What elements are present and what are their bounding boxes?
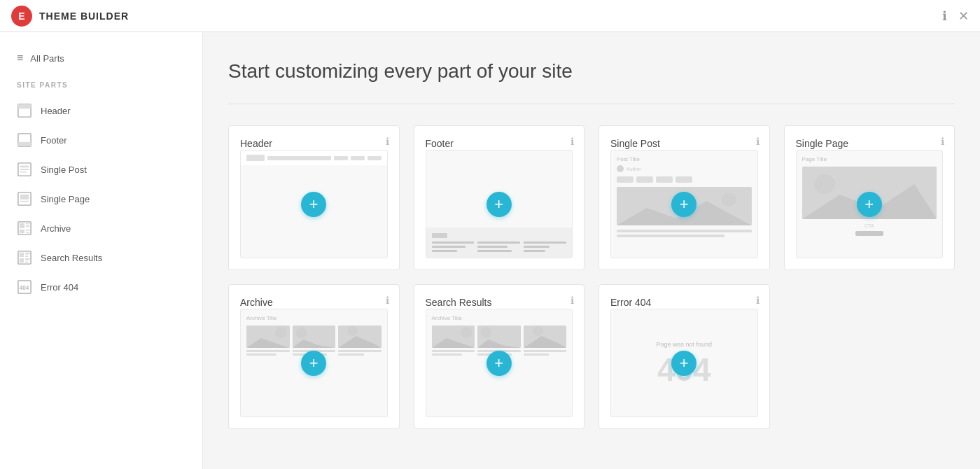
card-search-results: Search Results ℹ Archive Title [414, 284, 585, 429]
error-404-icon: 404 [17, 279, 32, 295]
add-single-page-button[interactable]: + [857, 192, 882, 217]
card-single-page: Single Page ℹ Page Title CTA [784, 125, 955, 270]
card-single-post: Single Post ℹ Post Title Author [598, 125, 770, 270]
single-page-icon [17, 191, 32, 206]
sidebar-item-label: Header [41, 106, 71, 116]
card-header: Header ℹ + [228, 125, 400, 270]
svg-rect-13 [26, 223, 29, 225]
sidebar-all-parts[interactable]: ≡ All Parts [0, 46, 202, 70]
info-icon[interactable]: ℹ [942, 8, 947, 24]
card-search-results-preview: Archive Title [426, 309, 573, 417]
card-search-results-info[interactable]: ℹ [570, 295, 574, 306]
single-post-icon [17, 162, 32, 177]
sidebar-item-search-results[interactable]: Search Results [0, 243, 202, 272]
sidebar-item-archive[interactable]: Archive [0, 214, 202, 243]
sidebar-item-label: Single Post [41, 164, 87, 175]
add-search-results-button[interactable]: + [486, 351, 512, 376]
card-footer-title: Footer [426, 138, 454, 149]
card-footer-preview: + [426, 150, 573, 258]
preview-nav [267, 156, 331, 160]
archive-icon [17, 220, 32, 236]
svg-rect-22 [20, 258, 24, 262]
card-single-post-title: Single Post [610, 138, 660, 149]
svg-point-35 [275, 327, 286, 338]
sidebar-item-label: Archive [41, 223, 71, 234]
sidebar-item-single-post[interactable]: Single Post [0, 155, 202, 184]
topbar-right: ℹ ✕ [942, 8, 969, 24]
card-error-404-preview: Page was not found 404 + [610, 309, 758, 417]
svg-point-44 [461, 327, 472, 338]
svg-point-29 [722, 192, 736, 206]
add-archive-button[interactable]: + [301, 351, 326, 376]
card-single-post-preview: Post Title Author [610, 150, 758, 258]
add-single-post-button[interactable]: + [671, 192, 696, 217]
content-area: Start customizing every part of your sit… [203, 32, 980, 469]
card-archive: Archive ℹ Archive Title [228, 284, 400, 429]
svg-point-38 [295, 327, 307, 338]
sidebar-item-footer[interactable]: Footer [0, 125, 202, 155]
card-header-title: Header [240, 138, 272, 149]
svg-rect-16 [26, 230, 29, 231]
card-single-post-info[interactable]: ℹ [756, 136, 760, 147]
svg-rect-20 [25, 253, 29, 255]
sidebar: ≡ All Parts SITE PARTS Header Footer [0, 32, 203, 469]
card-error-404: Error 404 ℹ Page was not found 404 + [598, 284, 770, 429]
sidebar-section-label: SITE PARTS [0, 81, 202, 89]
card-archive-preview: Archive Title [240, 309, 388, 417]
card-single-page-preview: Page Title CTA + [796, 150, 944, 258]
topbar: E THEME BUILDER ℹ ✕ [0, 0, 980, 32]
card-error-404-title: Error 404 [610, 297, 651, 308]
svg-point-50 [533, 326, 542, 336]
svg-rect-14 [26, 225, 29, 227]
footer-icon [17, 132, 32, 148]
add-footer-button[interactable]: + [486, 192, 512, 217]
svg-rect-17 [26, 232, 29, 233]
sidebar-item-error-404[interactable]: 404 Error 404 [0, 272, 202, 302]
all-parts-label: All Parts [30, 53, 64, 64]
card-error-404-info[interactable]: ℹ [756, 295, 760, 306]
svg-rect-19 [20, 253, 24, 257]
svg-text:404: 404 [20, 285, 29, 291]
svg-rect-3 [18, 142, 31, 146]
svg-rect-1 [18, 104, 31, 108]
svg-point-32 [814, 174, 835, 194]
divider [228, 104, 955, 104]
card-single-page-info[interactable]: ℹ [941, 136, 944, 147]
card-header-preview: + [240, 150, 388, 258]
svg-rect-10 [20, 201, 29, 202]
header-preview-bar [241, 150, 387, 165]
svg-rect-23 [25, 258, 29, 260]
sidebar-item-header[interactable]: Header [0, 96, 202, 125]
error-404-msg: Page was not found [617, 341, 752, 348]
sidebar-item-label: Error 404 [41, 282, 78, 293]
svg-point-47 [480, 327, 491, 338]
cards-bottom-row: Archive ℹ Archive Title [228, 284, 955, 429]
svg-rect-24 [25, 261, 29, 262]
svg-rect-15 [20, 230, 24, 233]
search-results-icon [17, 250, 32, 265]
card-header-info[interactable]: ℹ [386, 136, 389, 147]
sidebar-item-single-page[interactable]: Single Page [0, 184, 202, 214]
hamburger-icon: ≡ [17, 52, 23, 64]
card-single-page-title: Single Page [796, 138, 849, 149]
svg-rect-7 [20, 172, 27, 173]
topbar-left: E THEME BUILDER [11, 6, 129, 27]
card-archive-info[interactable]: ℹ [386, 295, 389, 306]
svg-rect-21 [25, 255, 29, 257]
svg-rect-6 [20, 169, 29, 170]
elementor-logo: E [11, 6, 32, 27]
card-footer: Footer ℹ [414, 125, 585, 270]
add-header-button[interactable]: + [301, 192, 326, 217]
main-layout: ≡ All Parts SITE PARTS Header Footer [0, 32, 980, 469]
footer-preview-bar [426, 227, 573, 258]
svg-rect-9 [20, 195, 29, 200]
preview-logo [246, 155, 265, 161]
card-footer-info[interactable]: ℹ [570, 136, 574, 147]
card-search-results-title: Search Results [426, 297, 492, 308]
sidebar-item-label: Footer [41, 135, 67, 146]
add-error-404-button[interactable]: + [671, 351, 696, 376]
cards-top-row: Header ℹ + [228, 125, 955, 270]
close-icon[interactable]: ✕ [958, 8, 969, 24]
page-title: Start customizing every part of your sit… [228, 60, 955, 83]
sidebar-item-label: Single Page [41, 194, 90, 204]
